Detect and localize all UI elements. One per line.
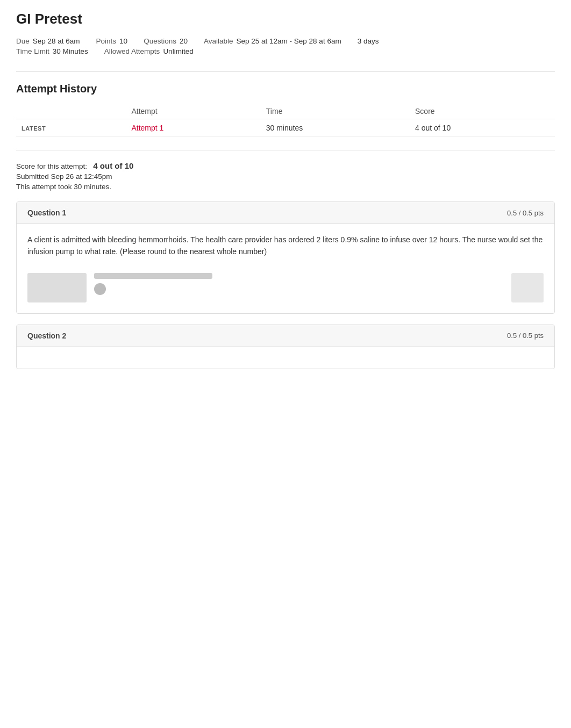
answer-circle (94, 283, 106, 295)
time-limit-label: Time Limit (16, 47, 49, 55)
col-header-status (16, 104, 126, 119)
question-2-title: Question 2 (27, 331, 66, 340)
points-label: Points (96, 37, 117, 45)
attempt-detail-section: Score for this attempt: 4 out of 10 Subm… (16, 161, 555, 191)
divider-1 (16, 71, 555, 72)
col-header-score: Score (410, 104, 555, 119)
score-for-attempt-label: Score for this attempt: (16, 162, 87, 170)
row-score: 4 out of 10 (410, 119, 555, 137)
question-2-header: Question 2 0.5 / 0.5 pts (17, 325, 554, 347)
questions-value: 20 (180, 37, 188, 45)
submitted-line: Submitted Sep 26 at 12:45pm (16, 172, 555, 181)
table-row: LATEST Attempt 1 30 minutes 4 out of 10 (16, 119, 555, 137)
question-1-answer-area (17, 268, 554, 313)
due-value: Sep 28 at 6am (33, 37, 80, 45)
answer-bar-1 (94, 273, 212, 279)
answer-blurred-left (27, 273, 87, 302)
page-title: GI Pretest (16, 11, 555, 27)
score-line: Score for this attempt: 4 out of 10 (16, 161, 555, 170)
question-1-body: A client is admitted with bleeding hemmo… (17, 224, 554, 268)
questions-label: Questions (144, 37, 176, 45)
meta-section: Due Sep 28 at 6am Points 10 Questions 20… (16, 37, 555, 55)
attempt-link[interactable]: Attempt 1 (131, 124, 163, 132)
points-value: 10 (119, 37, 127, 45)
latest-badge: LATEST (22, 125, 46, 132)
available-days: 3 days (358, 37, 379, 45)
question-2-block: Question 2 0.5 / 0.5 pts (16, 325, 555, 369)
attempt-table: Attempt Time Score LATEST Attempt 1 30 m… (16, 104, 555, 137)
divider-2 (16, 150, 555, 150)
meta-row-1: Due Sep 28 at 6am Points 10 Questions 20… (16, 37, 555, 45)
row-status: LATEST (16, 119, 126, 137)
score-for-attempt-value: 4 out of 10 (93, 161, 133, 170)
row-attempt[interactable]: Attempt 1 (126, 119, 260, 137)
due-label: Due (16, 37, 30, 45)
question-1-header: Question 1 0.5 / 0.5 pts (17, 202, 554, 224)
attempt-history-title: Attempt History (16, 83, 555, 95)
available-label: Available (204, 37, 233, 45)
attempt-history-section: Attempt History Attempt Time Score LATES… (16, 83, 555, 137)
allowed-attempts-value: Unlimited (163, 47, 193, 55)
meta-row-2: Time Limit 30 Minutes Allowed Attempts U… (16, 47, 555, 55)
allowed-attempts-label: Allowed Attempts (104, 47, 160, 55)
answer-blurred-right (94, 273, 504, 295)
row-time: 30 minutes (261, 119, 410, 137)
question-2-body (17, 347, 554, 369)
duration-line: This attempt took 30 minutes. (16, 183, 555, 191)
question-1-title: Question 1 (27, 208, 66, 217)
col-header-time: Time (261, 104, 410, 119)
question-1-pts: 0.5 / 0.5 pts (507, 209, 544, 217)
question-1-block: Question 1 0.5 / 0.5 pts A client is adm… (16, 201, 555, 314)
col-header-attempt: Attempt (126, 104, 260, 119)
available-value: Sep 25 at 12am - Sep 28 at 6am (237, 37, 341, 45)
time-limit-value: 30 Minutes (53, 47, 88, 55)
answer-blurred-right-box (511, 273, 544, 302)
question-2-pts: 0.5 / 0.5 pts (507, 331, 544, 340)
